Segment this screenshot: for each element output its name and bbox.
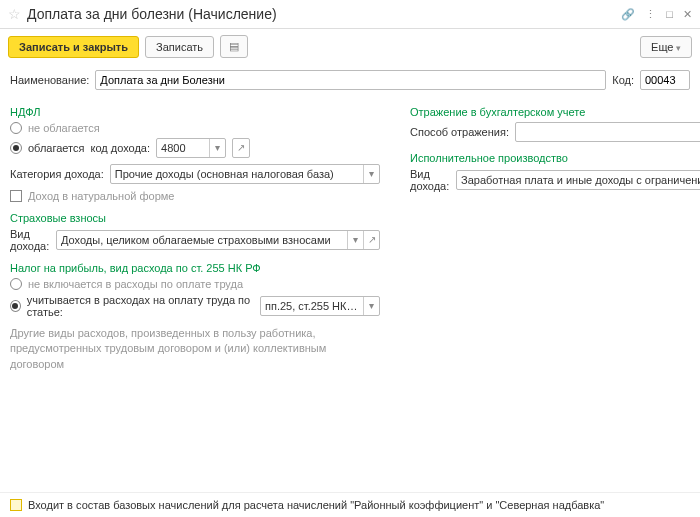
document-icon: ▤	[229, 40, 239, 52]
toolbar: Записать и закрыть Записать ▤ Еще	[0, 29, 700, 64]
acct-method-select[interactable]: ▾ ↗	[515, 122, 700, 142]
dropdown-icon[interactable]: ▾	[347, 231, 363, 249]
natural-income-checkbox[interactable]	[10, 190, 22, 202]
open-icon: ↗	[233, 139, 249, 157]
ndfl-yes-label: облагается	[28, 142, 84, 154]
basic-included-checkbox[interactable]	[10, 499, 22, 511]
profit-yes-label: учитывается в расходах на оплату труда п…	[27, 294, 254, 318]
name-label: Наименование:	[10, 74, 89, 86]
exec-type-select[interactable]: Заработная плата и иные доходы с огранич…	[456, 170, 700, 190]
dropdown-icon[interactable]: ▾	[363, 165, 379, 183]
window-header: ☆ Доплата за дни болезни (Начисление) 🔗 …	[0, 0, 700, 29]
natural-income-label: Доход в натуральной форме	[28, 190, 174, 202]
link-icon[interactable]: 🔗	[621, 8, 635, 21]
insurance-type-label: Вид дохода:	[10, 228, 50, 252]
name-row: Наименование: Код:	[10, 70, 690, 90]
profit-note: Другие виды расходов, произведенных в по…	[10, 326, 350, 372]
ndfl-yes-radio[interactable]	[10, 142, 22, 154]
window-close-icon[interactable]: ✕	[683, 8, 692, 21]
more-button[interactable]: Еще	[640, 36, 692, 58]
profit-section-title: Налог на прибыль, вид расхода по ст. 255…	[10, 262, 380, 274]
code-label: Код:	[612, 74, 634, 86]
ndfl-no-radio[interactable]	[10, 122, 22, 134]
profit-no-label: не включается в расходы по оплате труда	[28, 278, 243, 290]
ndfl-category-select[interactable]: Прочие доходы (основная налоговая база) …	[110, 164, 380, 184]
report-button[interactable]: ▤	[220, 35, 248, 58]
save-and-close-button[interactable]: Записать и закрыть	[8, 36, 139, 58]
basic-included-label: Входит в состав базовых начислений для р…	[28, 499, 604, 511]
ndfl-no-label: не облагается	[28, 122, 100, 134]
insurance-type-select[interactable]: Доходы, целиком облагаемые страховыми вз…	[56, 230, 380, 250]
dropdown-icon[interactable]: ▾	[209, 139, 225, 157]
menu-dots-icon[interactable]: ⋮	[645, 8, 656, 21]
profit-yes-radio[interactable]	[10, 300, 21, 312]
window-title: Доплата за дни болезни (Начисление)	[27, 6, 621, 22]
footer: Входит в состав базовых начислений для р…	[0, 492, 700, 517]
insurance-section-title: Страховые взносы	[10, 212, 380, 224]
acct-section-title: Отражение в бухгалтерском учете	[410, 106, 700, 118]
code-input[interactable]	[640, 70, 690, 90]
exec-section-title: Исполнительное производство	[410, 152, 700, 164]
name-input[interactable]	[95, 70, 606, 90]
favorite-star-icon[interactable]: ☆	[8, 6, 21, 22]
exec-type-label: Вид дохода:	[410, 168, 450, 192]
ndfl-code-label: код дохода:	[90, 142, 150, 154]
profit-no-radio[interactable]	[10, 278, 22, 290]
save-button[interactable]: Записать	[145, 36, 214, 58]
ndfl-section-title: НДФЛ	[10, 106, 380, 118]
ndfl-code-open[interactable]: ↗	[232, 138, 250, 158]
ndfl-code-select[interactable]: 4800 ▾	[156, 138, 226, 158]
open-icon[interactable]: ↗	[363, 231, 379, 249]
window-maximize-icon[interactable]: □	[666, 8, 673, 21]
profit-article-select[interactable]: пп.25, ст.255 НК РФ ▾	[260, 296, 380, 316]
ndfl-category-label: Категория дохода:	[10, 168, 104, 180]
acct-method-label: Способ отражения:	[410, 126, 509, 138]
dropdown-icon[interactable]: ▾	[363, 297, 379, 315]
